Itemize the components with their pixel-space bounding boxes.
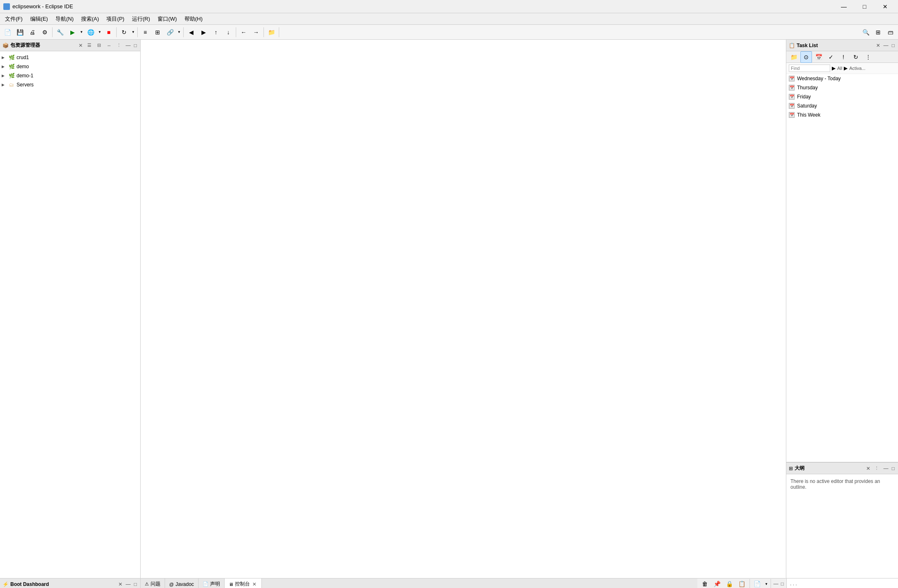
open-file-button[interactable]: 📁 xyxy=(266,26,277,38)
run-ext-dropdown[interactable]: ▼ xyxy=(97,26,102,38)
menu-navigate[interactable]: 导航(N) xyxy=(52,14,77,24)
tab-javadoc[interactable]: @ Javadoc xyxy=(165,578,199,588)
run-dropdown[interactable]: ▼ xyxy=(79,26,84,38)
find-filter-activate[interactable]: Activa... xyxy=(849,66,865,71)
console-open-dropdown[interactable]: ▼ xyxy=(764,578,769,588)
tab-console-label: 控制台 xyxy=(235,581,250,588)
console-scroll-lock[interactable]: 🔒 xyxy=(724,578,735,588)
tab-problems[interactable]: ⚠ 问题 xyxy=(141,578,165,588)
console-copy[interactable]: 📋 xyxy=(736,578,748,588)
outline-minimize[interactable]: — xyxy=(883,465,889,472)
console-tab-close[interactable]: ✕ xyxy=(251,581,257,588)
task-filter-scheduled[interactable]: 📅 xyxy=(813,51,824,63)
tree-label-demo-1: demo-1 xyxy=(17,73,34,79)
menu-file[interactable]: 文件(F) xyxy=(2,14,26,24)
console-open-file[interactable]: 📄 xyxy=(752,578,763,588)
minimize-button[interactable]: — xyxy=(834,0,853,13)
menu-edit[interactable]: 编辑(E) xyxy=(27,14,51,24)
close-button[interactable]: ✕ xyxy=(876,0,895,13)
collapse-all-button[interactable]: ≡ xyxy=(139,26,151,38)
task-group-label-saturday: Saturday xyxy=(797,103,817,109)
pkg-maximize[interactable]: □ xyxy=(133,42,138,49)
boot-minimize[interactable]: — xyxy=(125,581,132,588)
tree-item-demo-1[interactable]: ▶ 🌿 demo-1 xyxy=(0,71,140,80)
editor-area[interactable] xyxy=(141,40,786,578)
task-options[interactable]: ⋮ xyxy=(862,51,874,63)
nav-down-button[interactable]: ↓ xyxy=(223,26,234,38)
task-list-minimize[interactable]: — xyxy=(883,42,889,49)
nav-back-button[interactable]: ◀ xyxy=(185,26,197,38)
tree-arrow-demo: ▶ xyxy=(2,65,7,69)
nav-up-button[interactable]: ↑ xyxy=(210,26,222,38)
task-filter-active[interactable]: ⊙ xyxy=(800,51,812,63)
console-maximize[interactable]: □ xyxy=(780,580,785,588)
pkg-view-menu[interactable]: ☰ xyxy=(85,41,93,50)
menu-project[interactable]: 项目(P) xyxy=(103,14,127,24)
properties-button[interactable]: ⚙ xyxy=(39,26,50,38)
task-new-folder[interactable]: 📁 xyxy=(788,51,800,63)
maximize-button[interactable]: □ xyxy=(855,0,874,13)
pkg-sync[interactable]: ↔ xyxy=(105,41,113,50)
debug-config-button[interactable]: 🔧 xyxy=(54,26,66,38)
task-filter-completed[interactable]: ✓ xyxy=(825,51,837,63)
refresh-button[interactable]: ↻ xyxy=(118,26,130,38)
task-list-maximize[interactable]: □ xyxy=(891,42,896,49)
tree-label-servers: Servers xyxy=(17,82,34,88)
perspective-button[interactable]: ⊞ xyxy=(872,26,884,38)
expand-all-button[interactable]: ⊞ xyxy=(152,26,163,38)
save-button[interactable]: 💾 xyxy=(14,26,26,38)
console-minimize[interactable]: — xyxy=(773,580,779,588)
print-button[interactable]: 🖨 xyxy=(26,26,38,38)
tree-item-demo[interactable]: ▶ 🌿 demo xyxy=(0,62,140,71)
find-filter-all[interactable]: All xyxy=(837,66,842,71)
menu-search[interactable]: 搜索(A) xyxy=(78,14,102,24)
package-explorer-panel: 📦 包资源管理器 ✕ ☰ ⊟ ↔ ⋮ — □ ▶ 🌿 crud1 ▶ 🌿 dem… xyxy=(0,40,141,578)
run-button[interactable]: ▶ xyxy=(67,26,78,38)
task-sync[interactable]: ↻ xyxy=(850,51,862,63)
menu-window[interactable]: 窗口(W) xyxy=(154,14,180,24)
package-explorer-close[interactable]: ✕ xyxy=(78,42,84,49)
boot-maximize[interactable]: □ xyxy=(133,581,138,588)
search-global-button[interactable]: 🔍 xyxy=(860,26,872,38)
task-filter-priority[interactable]: ! xyxy=(838,51,849,63)
pkg-options[interactable]: ⋮ xyxy=(115,41,123,50)
outline-options[interactable]: ⋮ xyxy=(873,464,881,473)
views-button[interactable]: 🗃 xyxy=(885,26,896,38)
menu-run[interactable]: 运行(R) xyxy=(129,14,153,24)
menu-help[interactable]: 帮助(H) xyxy=(181,14,206,24)
console-clear[interactable]: 🗑 xyxy=(699,578,711,588)
package-explorer-header: 📦 包资源管理器 ✕ ☰ ⊟ ↔ ⋮ — □ xyxy=(0,40,140,51)
task-group-thursday[interactable]: 📅 Thursday xyxy=(786,83,898,92)
link-dropdown[interactable]: ▼ xyxy=(177,26,182,38)
main-toolbar: 📄 💾 🖨 ⚙ 🔧 ▶ ▼ 🌐 ▼ ■ ↻ ▼ ≡ ⊞ 🔗 ▼ ◀ ▶ ↑ ↓ … xyxy=(0,25,898,40)
outline-maximize[interactable]: □ xyxy=(891,465,896,472)
window-title: eclipsework - Eclipse IDE xyxy=(12,3,73,10)
find-input[interactable] xyxy=(789,65,830,72)
task-group-wednesday[interactable]: 📅 Wednesday - Today xyxy=(786,74,898,83)
tree-item-servers[interactable]: ▶ 🗂 Servers xyxy=(0,80,140,89)
console-pin[interactable]: 📌 xyxy=(711,578,723,588)
refresh-dropdown[interactable]: ▼ xyxy=(131,26,136,38)
boot-dashboard-close[interactable]: ✕ xyxy=(117,581,123,588)
tab-console[interactable]: 🖥 控制台 ✕ xyxy=(225,578,262,588)
tab-declaration-label: 声明 xyxy=(210,581,220,588)
separator-4 xyxy=(183,27,184,37)
tree-item-crud1[interactable]: ▶ 🌿 crud1 xyxy=(0,53,140,62)
task-group-friday[interactable]: 📅 Friday xyxy=(786,92,898,101)
run-ext-button[interactable]: 🌐 xyxy=(85,26,96,38)
pkg-collapse[interactable]: ⊟ xyxy=(95,41,103,50)
nav-fwd-button[interactable]: ▶ xyxy=(198,26,209,38)
task-group-saturday[interactable]: 📅 Saturday xyxy=(786,101,898,110)
outline-close[interactable]: ✕ xyxy=(865,465,871,472)
pkg-minimize[interactable]: — xyxy=(125,42,132,49)
next-edit-button[interactable]: → xyxy=(250,26,262,38)
separator-3 xyxy=(137,27,138,37)
prev-edit-button[interactable]: ← xyxy=(238,26,249,38)
new-button[interactable]: 📄 xyxy=(2,26,13,38)
tab-declaration[interactable]: 📄 声明 xyxy=(199,578,225,588)
stop-button[interactable]: ■ xyxy=(103,26,115,38)
link-button[interactable]: 🔗 xyxy=(164,26,176,38)
cal-icon-wednesday: 📅 xyxy=(789,76,795,81)
task-list-close[interactable]: ✕ xyxy=(875,42,881,49)
task-group-this-week[interactable]: 📅 This Week xyxy=(786,110,898,120)
